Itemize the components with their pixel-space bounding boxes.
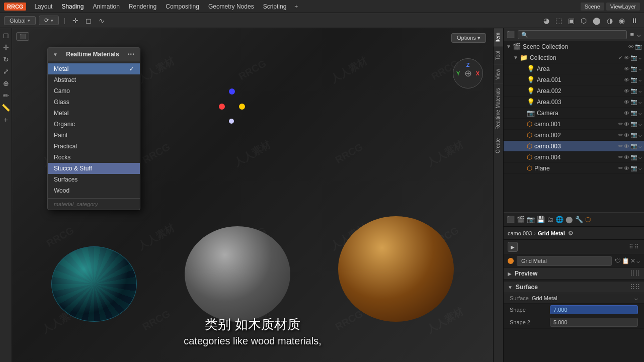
lasso-icon[interactable]: ∿: [97, 16, 107, 26]
props-view-layer-icon[interactable]: 🗂: [547, 216, 553, 223]
area001-filter-icon[interactable]: ⌵: [638, 76, 642, 83]
menu-animation[interactable]: Animation: [89, 2, 123, 11]
global-btn[interactable]: Global ▾: [4, 16, 36, 25]
gizmo-circle[interactable]: Z X Y ⊕: [453, 58, 483, 88]
area002-filter-icon[interactable]: ⌵: [638, 87, 642, 94]
mat-shield-icon[interactable]: 🛡: [615, 257, 621, 264]
vtab-tool[interactable]: Tool: [494, 46, 503, 64]
area-filter-icon[interactable]: ⌵: [638, 65, 642, 72]
dropdown-item-wood[interactable]: Wood: [48, 185, 140, 196]
wireframe-icon[interactable]: ⬡: [579, 16, 589, 26]
outliner-visibility-icon[interactable]: ⌵: [637, 31, 641, 38]
scene-coll-cam-icon[interactable]: 📷: [635, 43, 642, 50]
menu-compositing[interactable]: Compositing: [162, 2, 203, 11]
rendered-icon[interactable]: ◉: [617, 16, 627, 26]
area002-eye-icon[interactable]: 👁: [624, 88, 629, 94]
coll-eye-icon[interactable]: 👁: [624, 55, 629, 61]
bc-adjust-icon[interactable]: ⚙: [568, 230, 574, 237]
xray-icon[interactable]: ▣: [566, 16, 577, 26]
material-play-btn[interactable]: ▶: [508, 242, 518, 252]
camo001-filter-icon[interactable]: ⌵: [638, 121, 642, 127]
camo002-eye-icon[interactable]: 👁: [624, 132, 629, 138]
z-handle[interactable]: [229, 88, 235, 95]
area001-eye-icon[interactable]: 👁: [624, 77, 629, 83]
preview-section-header[interactable]: ▶ Preview ⠿⠿: [504, 268, 644, 280]
camo003-edit-icon[interactable]: ✏: [618, 143, 623, 149]
outliner-editor-type-icon[interactable]: ⬛: [507, 31, 515, 38]
props-output-icon[interactable]: 💾: [537, 216, 545, 223]
plane-cam-icon[interactable]: 📷: [630, 165, 637, 171]
solid-icon[interactable]: ⬤: [591, 16, 603, 26]
vtab-view[interactable]: View: [494, 64, 503, 84]
camo001-edit-icon[interactable]: ✏: [618, 121, 623, 127]
outliner-plane[interactable]: ⬡ Plane ✏ 👁 📷 ⌵: [504, 163, 644, 174]
vtab-create[interactable]: Create: [494, 134, 503, 157]
outliner-camo-001[interactable]: ⬡ camo.001 ✏ 👁 📷 ⌵: [504, 119, 644, 130]
camo004-filter-icon[interactable]: ⌵: [638, 154, 642, 160]
dropdown-item-rocks[interactable]: Rocks: [48, 152, 140, 163]
outliner-area[interactable]: 💡 Area 👁 📷 ⌵: [504, 63, 644, 74]
dropdown-item-glass[interactable]: Glass: [48, 97, 140, 108]
camo002-cam-icon[interactable]: 📷: [630, 132, 637, 138]
area-eye-icon[interactable]: 👁: [624, 66, 629, 72]
viewport-gizmo[interactable]: Z X Y ⊕: [453, 58, 483, 88]
outliner-area-002[interactable]: 💡 Area.002 👁 📷 ⌵: [504, 85, 644, 97]
pause-icon[interactable]: ⏸: [629, 16, 640, 26]
plane-filter-icon[interactable]: ⌵: [638, 165, 642, 171]
camo002-filter-icon[interactable]: ⌵: [638, 132, 642, 138]
menu-plus[interactable]: +: [291, 2, 301, 11]
menu-scripting[interactable]: Scripting: [259, 2, 291, 11]
camo004-edit-icon[interactable]: ✏: [618, 154, 623, 160]
options-button[interactable]: Options ▾: [451, 33, 486, 43]
camo004-eye-icon[interactable]: 👁: [624, 154, 629, 160]
camera-filter-icon[interactable]: ⌵: [638, 110, 642, 116]
props-modifier-icon[interactable]: 🔧: [575, 216, 583, 223]
menu-geometry-nodes[interactable]: Geometry Nodes: [204, 2, 258, 11]
area003-filter-icon[interactable]: ⌵: [638, 99, 642, 105]
vtab-realtime-materials[interactable]: Realtime Materials: [494, 83, 503, 134]
props-world-icon[interactable]: 🌐: [555, 216, 564, 223]
move-icon[interactable]: ✛: [3, 43, 9, 51]
material-dots-icon[interactable]: ⠿⠿: [629, 243, 640, 250]
props-render-icon[interactable]: 📷: [527, 216, 535, 223]
shape2-value[interactable]: 5.000: [550, 318, 638, 327]
coll-cam-icon[interactable]: 📷: [630, 54, 637, 61]
camo003-eye-icon[interactable]: 👁: [624, 143, 629, 149]
dropdown-item-abstract[interactable]: Abstract: [48, 74, 140, 85]
scene-selector[interactable]: Scene: [581, 3, 604, 11]
scale-icon[interactable]: ⤢: [3, 67, 9, 75]
props-editor-type-icon[interactable]: ⬛: [507, 216, 515, 223]
x-handle[interactable]: [219, 104, 225, 110]
camo003-filter-icon[interactable]: ⌵: [638, 143, 642, 149]
y-handle[interactable]: [239, 104, 245, 110]
camo001-cam-icon[interactable]: 📷: [630, 121, 637, 127]
snap-btn[interactable]: ⟳ ▾: [39, 16, 59, 25]
area003-cam-icon[interactable]: 📷: [630, 99, 637, 105]
area003-eye-icon[interactable]: 👁: [624, 99, 629, 105]
shape-value[interactable]: 7.000: [550, 305, 638, 314]
props-material-icon[interactable]: ⬡: [585, 216, 591, 223]
plane-edit-icon[interactable]: ✏: [618, 165, 623, 171]
dropdown-item-camo[interactable]: Camo: [48, 85, 140, 97]
overlay-icon[interactable]: ⬚: [553, 16, 564, 26]
rotate-icon[interactable]: ↻: [3, 55, 9, 63]
menu-rendering[interactable]: Rendering: [125, 2, 160, 11]
plane-eye-icon[interactable]: 👁: [624, 165, 629, 171]
mat-settings-icon[interactable]: ⌵: [636, 257, 640, 264]
viewport-editor-type-btn[interactable]: ⬛: [16, 32, 29, 41]
annotate-icon[interactable]: ✏: [3, 92, 9, 100]
dropdown-item-paint[interactable]: Paint: [48, 130, 140, 141]
cursor-icon[interactable]: ✛: [70, 16, 80, 26]
outliner-area-001[interactable]: 💡 Area.001 👁 📷 ⌵: [504, 74, 644, 85]
dropdown-collapse-icon[interactable]: ▼: [53, 52, 58, 57]
menu-shading[interactable]: Shading: [57, 2, 88, 11]
outliner-camo-002[interactable]: ⬡ camo.002 ✏ 👁 📷 ⌵: [504, 130, 644, 141]
mat-copy-icon[interactable]: 📋: [622, 257, 629, 264]
vtab-item[interactable]: Item: [494, 28, 503, 46]
coll-check-icon[interactable]: ✓: [618, 54, 623, 61]
outliner-area-003[interactable]: 💡 Area.003 👁 📷 ⌵: [504, 97, 644, 108]
dropdown-item-surfaces[interactable]: Surfaces: [48, 174, 140, 185]
outliner-scene-collection[interactable]: ▼ 🎬 Scene Collection 👁 📷: [504, 41, 644, 52]
outliner-camo-004[interactable]: ⬡ camo.004 ✏ 👁 📷 ⌵: [504, 152, 644, 163]
measure-icon[interactable]: 📏: [2, 104, 10, 112]
